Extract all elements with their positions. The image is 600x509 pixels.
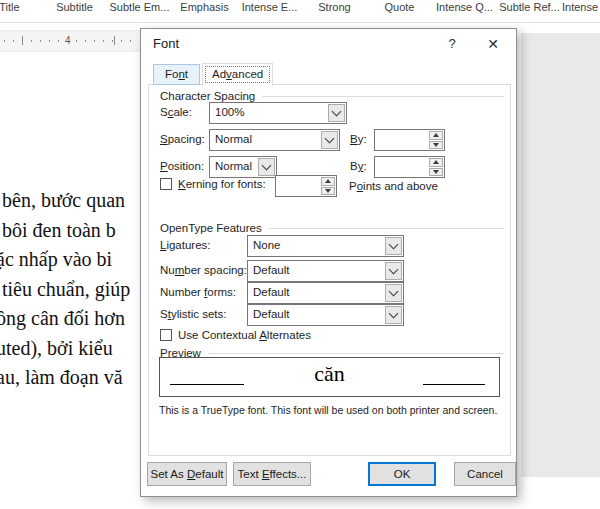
spin-up-button[interactable] [321,177,335,186]
ruler[interactable]: 4 [0,30,141,52]
spin-up-button[interactable] [429,131,443,140]
spacing-label: Spacing: [160,133,205,145]
scale-dropdown[interactable]: 100% [209,102,347,124]
opentype-group-header: OpenType Features [154,221,504,235]
style-gallery-item[interactable]: Intense Q... [432,0,497,22]
contextual-alternates-row[interactable]: Use Contextual Alternates [160,329,311,341]
stylistic-sets-value: Default [248,305,384,325]
points-and-above-label: Points and above [349,180,438,192]
spacing-dropdown[interactable]: Normal [209,129,340,151]
position-dropdown[interactable]: Normal [209,156,277,178]
ruler-number: 4 [62,34,74,47]
spacing-value: Normal [210,130,320,150]
chevron-down-icon[interactable] [385,284,402,302]
scale-value: 100% [210,103,327,123]
preview-box: căn [159,357,500,397]
style-gallery-item[interactable]: Emphasis [172,0,237,22]
kerning-checkbox-row[interactable]: Kerning for fonts: [160,178,266,190]
contextual-alternates-label: Use Contextual Alternates [178,329,311,341]
chevron-down-icon[interactable] [328,104,345,122]
chevron-down-icon[interactable] [385,237,402,255]
group-title: OpenType Features [160,222,262,234]
position-by-input[interactable] [375,157,428,177]
ligatures-value: None [248,236,384,256]
ligatures-dropdown[interactable]: None [247,235,404,257]
kerning-label: Kerning for fonts: [178,178,266,190]
number-spacing-value: Default [248,261,384,281]
document-text-line: ặc nhấp vào bi [0,245,130,275]
preview-underscore-right [423,384,485,385]
ok-button[interactable]: OK [368,462,436,486]
chevron-down-icon[interactable] [258,158,275,176]
style-gallery-item[interactable]: Intense E... [237,0,302,22]
number-forms-label: Number forms: [160,286,236,298]
number-spacing-dropdown[interactable]: Default [247,260,404,282]
font-description: This is a TrueType font. This font will … [159,404,497,416]
document-text-line: uted), bởi kiểu [0,334,130,364]
dialog-title: Font [153,36,179,51]
document-text-line: tiêu chuẩn, giúp [2,275,130,305]
chevron-down-icon[interactable] [321,131,338,149]
style-gallery-item[interactable]: Subtle Ref... [497,0,562,22]
number-spacing-label: Number spacing: [160,264,247,276]
advanced-tab-page: Character Spacing Scale: 100% Spacing: N… [148,84,511,456]
kerning-checkbox[interactable] [160,178,172,190]
cancel-button[interactable]: Cancel [454,462,516,486]
ligatures-label: Ligatures: [160,239,211,251]
style-gallery: Title Subtitle Subtle Em... Emphasis Int… [0,0,600,23]
spacing-by-input[interactable] [375,130,428,150]
spin-down-button[interactable] [429,168,443,177]
style-gallery-item[interactable]: Title [0,0,42,22]
style-gallery-item[interactable]: Subtle Em... [107,0,172,22]
stylistic-sets-dropdown[interactable]: Default [247,304,404,326]
text-effects-button[interactable]: Text Effects... [233,462,311,486]
kerning-points-spinner [275,175,337,197]
style-gallery-item[interactable]: Intense Ref... [562,0,600,22]
tab-strip: Font Advanced [153,63,273,85]
style-gallery-item[interactable]: Strong [302,0,367,22]
chevron-down-icon[interactable] [385,306,402,324]
document-text-line: ông cân đối hơn [0,304,130,334]
position-label: Position: [160,160,204,172]
spacing-by-spinner [374,129,445,151]
style-gallery-item[interactable]: Subtitle [42,0,107,22]
style-gallery-item[interactable]: Quote [367,0,432,22]
position-by-label: By: [350,160,367,172]
font-dialog: Font ? ✕ Font Advanced Character Spacing… [140,28,517,497]
document-text-line: au, làm đoạn vă [0,363,130,393]
group-divider [262,96,504,97]
app-background [521,33,600,477]
ruler-tick-major [22,36,23,45]
document-text-line: bên, bước quan [2,186,130,216]
spacing-by-label: By: [350,133,367,145]
close-button[interactable]: ✕ [484,35,502,53]
tab-advanced[interactable]: Advanced [202,63,273,86]
chevron-down-icon[interactable] [385,262,402,280]
contextual-alternates-checkbox[interactable] [160,329,172,341]
character-spacing-group-header: Character Spacing [154,89,504,103]
spin-down-button[interactable] [321,187,335,196]
spin-up-button[interactable] [429,158,443,167]
document-text-line: bôi đen toàn b [2,216,130,246]
position-by-spinner [374,156,445,178]
ruler-tick-major [114,36,115,45]
spin-down-button[interactable] [429,141,443,150]
number-forms-dropdown[interactable]: Default [247,282,404,304]
scale-label: Scale: [160,106,192,118]
group-divider [269,228,504,229]
help-icon: ? [448,36,455,51]
set-as-default-button[interactable]: Set As Default [147,462,227,486]
tab-font[interactable]: Font [153,64,200,85]
group-divider [208,353,504,354]
group-title: Character Spacing [160,90,255,102]
close-icon: ✕ [487,36,499,52]
kerning-points-input[interactable] [276,176,320,196]
number-forms-value: Default [248,283,384,303]
position-value: Normal [210,157,257,177]
document-area[interactable]: bên, bước quan bôi đen toàn b ặc nhấp và… [2,186,130,393]
stylistic-sets-label: Stylistic sets: [160,308,226,320]
help-button[interactable]: ? [443,35,461,53]
